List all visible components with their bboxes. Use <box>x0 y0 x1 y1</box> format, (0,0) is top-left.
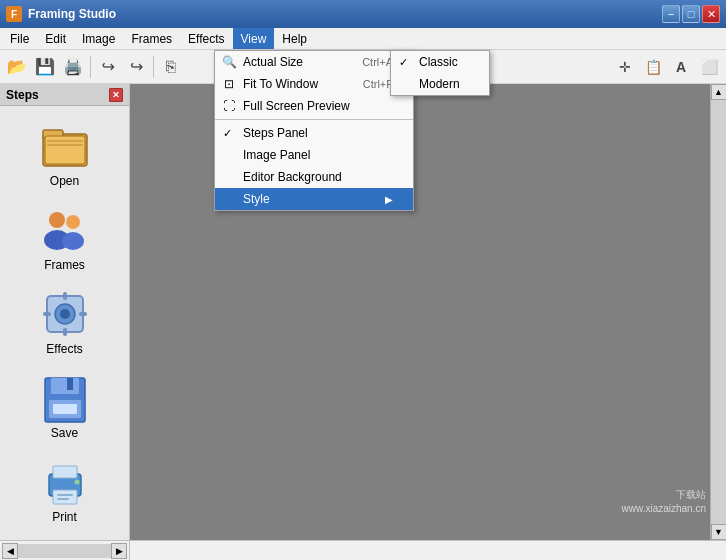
menu-image[interactable]: Image <box>74 28 123 49</box>
menu-frames[interactable]: Frames <box>123 28 180 49</box>
close-btn[interactable]: ✕ <box>702 5 720 23</box>
scroll-up-btn[interactable]: ▲ <box>711 84 727 100</box>
svg-point-8 <box>62 232 84 250</box>
image-panel-menu-item[interactable]: Image Panel <box>215 144 413 166</box>
toolbar-right: ✛ 📋 A ⬜ <box>612 54 722 80</box>
view-menu-dropdown: 🔍 Actual Size Ctrl+A ⊡ Fit To Window Ctr… <box>214 50 414 211</box>
fit-window-shortcut: Ctrl+F <box>363 78 393 90</box>
open-step[interactable]: Open <box>20 116 110 192</box>
app-title: Framing Studio <box>28 7 116 21</box>
svg-point-11 <box>60 309 70 319</box>
frames-step[interactable]: Frames <box>20 200 110 276</box>
editor-bg-menu-item[interactable]: Editor Background <box>215 166 413 188</box>
svg-rect-14 <box>43 312 51 316</box>
svg-point-5 <box>49 212 65 228</box>
print-step-label: Print <box>52 510 77 524</box>
menu-help[interactable]: Help <box>274 28 315 49</box>
svg-rect-20 <box>53 404 77 414</box>
save-step[interactable]: Save <box>20 368 110 444</box>
svg-rect-4 <box>47 144 83 146</box>
svg-rect-23 <box>53 490 77 504</box>
maximize-btn[interactable]: □ <box>682 5 700 23</box>
effects-step-label: Effects <box>46 342 82 356</box>
frame-icon: ⬜ <box>701 59 718 75</box>
actual-size-item[interactable]: 🔍 Actual Size Ctrl+A <box>215 51 413 73</box>
svg-rect-13 <box>63 328 67 336</box>
style-submenu: ✓ Classic Modern <box>390 50 490 96</box>
style-menu-item[interactable]: Style ▶ <box>215 188 413 210</box>
print-btn[interactable]: 🖨️ <box>60 54 86 80</box>
svg-rect-15 <box>79 312 87 316</box>
menu-edit[interactable]: Edit <box>37 28 74 49</box>
copy-btn[interactable]: ⎘ <box>158 54 184 80</box>
menu-bar: File Edit Image Frames Effects View Help <box>0 28 726 50</box>
effects-step[interactable]: Effects <box>20 284 110 360</box>
scroll-left-btn[interactable]: ◀ <box>2 543 18 559</box>
classic-style-item[interactable]: ✓ Classic <box>391 51 489 73</box>
text-icon: A <box>676 59 686 75</box>
steps-title: Steps <box>6 88 39 102</box>
minimize-btn[interactable]: − <box>662 5 680 23</box>
print-step-icon <box>39 456 91 508</box>
bottom-left-scrollbar: ◀ ▶ <box>0 541 130 560</box>
steps-panel-check: ✓ <box>223 127 232 140</box>
print-step[interactable]: Print <box>20 452 110 528</box>
style-arrow-icon: ▶ <box>385 194 393 205</box>
scroll-right-btn[interactable]: ▶ <box>111 543 127 559</box>
steps-panel-menu-item[interactable]: ✓ Steps Panel <box>215 122 413 144</box>
svg-rect-24 <box>57 494 73 496</box>
steps-list: Open Frames <box>0 106 129 538</box>
svg-rect-18 <box>67 378 73 390</box>
steps-close-btn[interactable]: ✕ <box>109 88 123 102</box>
redo-btn[interactable]: ↪ <box>123 54 149 80</box>
add-btn[interactable]: ✛ <box>612 54 638 80</box>
fullscreen-icon: ⛶ <box>221 98 237 114</box>
open-file-icon: 📂 <box>7 57 27 76</box>
right-scrollbar: ▲ ▼ <box>710 84 726 540</box>
undo-btn[interactable]: ↩ <box>95 54 121 80</box>
text-btn[interactable]: A <box>668 54 694 80</box>
open-step-label: Open <box>50 174 79 188</box>
fit-window-icon: ⊡ <box>221 76 237 92</box>
classic-check: ✓ <box>399 56 408 69</box>
actual-size-icon: 🔍 <box>221 54 237 70</box>
status-bar: ◀ ▶ <box>0 540 726 560</box>
app-icon: F <box>6 6 22 22</box>
effects-step-icon <box>39 288 91 340</box>
menu-view[interactable]: View <box>233 28 275 49</box>
steps-header: Steps ✕ <box>0 84 129 106</box>
frames-step-label: Frames <box>44 258 85 272</box>
title-bar: F Framing Studio − □ ✕ <box>0 0 726 28</box>
dropdown-sep-1 <box>215 119 413 120</box>
menu-effects[interactable]: Effects <box>180 28 232 49</box>
watermark-line1: 下载站 <box>622 488 706 502</box>
frame-btn[interactable]: ⬜ <box>696 54 722 80</box>
modern-style-item[interactable]: Modern <box>391 73 489 95</box>
fullscreen-item[interactable]: ⛶ Full Screen Preview <box>215 95 413 117</box>
save-btn[interactable]: 💾 <box>32 54 58 80</box>
menu-file[interactable]: File <box>2 28 37 49</box>
h-scroll-track[interactable] <box>18 544 111 558</box>
title-bar-left: F Framing Studio <box>6 6 116 22</box>
open-file-btn[interactable]: 📂 <box>4 54 30 80</box>
svg-rect-12 <box>63 292 67 300</box>
svg-rect-22 <box>53 466 77 478</box>
svg-point-26 <box>74 480 79 485</box>
svg-rect-3 <box>47 140 83 142</box>
svg-rect-17 <box>51 378 79 394</box>
scroll-down-btn[interactable]: ▼ <box>711 524 727 540</box>
actual-size-shortcut: Ctrl+A <box>362 56 393 68</box>
title-buttons: − □ ✕ <box>662 5 720 23</box>
paste-icon: 📋 <box>645 59 662 75</box>
paste-btn[interactable]: 📋 <box>640 54 666 80</box>
add-icon: ✛ <box>619 59 631 75</box>
toolbar-sep-1 <box>90 56 91 78</box>
toolbar-sep-2 <box>153 56 154 78</box>
fit-window-item[interactable]: ⊡ Fit To Window Ctrl+F <box>215 73 413 95</box>
open-step-icon <box>39 120 91 172</box>
frames-step-icon <box>39 204 91 256</box>
svg-point-7 <box>66 215 80 229</box>
steps-panel: Steps ✕ Open <box>0 84 130 540</box>
save-icon: 💾 <box>35 57 55 76</box>
print-icon: 🖨️ <box>63 57 83 76</box>
